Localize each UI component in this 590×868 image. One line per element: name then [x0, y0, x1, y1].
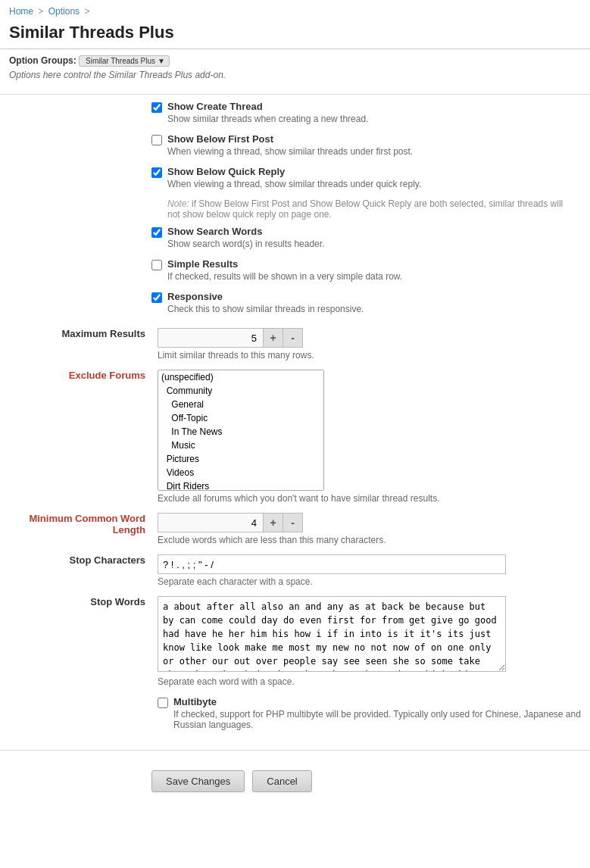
responsive-label[interactable]: Responsive [167, 291, 223, 302]
show-below-first-post-label[interactable]: Show Below First Post [167, 133, 273, 145]
exclude-forums-option-music[interactable]: Music [158, 439, 323, 452]
exclude-forums-option-offtopic[interactable]: Off-Topic [158, 411, 323, 425]
responsive-checkbox[interactable] [151, 292, 162, 303]
options-section: Show Create Thread Show similar threads … [0, 101, 590, 314]
simple-results-checkbox[interactable] [151, 260, 162, 270]
show-below-quick-reply-row: Show Below Quick Reply When viewing a th… [151, 166, 575, 189]
simple-results-row: Simple Results If checked, results will … [151, 258, 575, 282]
option-groups-row: Option Groups: Similar Threads Plus ▼ [0, 49, 590, 68]
exclude-forums-row: Exclude Forums (unspecified) Community G… [0, 365, 590, 508]
show-create-thread-label[interactable]: Show Create Thread [167, 101, 263, 112]
note-label-text: Note: [167, 198, 192, 209]
responsive-desc: Check this to show similar threads in re… [167, 304, 364, 314]
min-word-length-decrement[interactable]: - [283, 513, 303, 532]
breadcrumb-sep1: > [38, 6, 43, 17]
max-results-spinner: + - [158, 328, 584, 348]
max-results-increment[interactable]: + [264, 328, 283, 348]
multibyte-row: Multibyte If checked, support for PHP mu… [0, 692, 590, 744]
breadcrumb-sep2: > [84, 6, 89, 17]
option-groups-label: Option Groups: [9, 55, 76, 66]
exclude-forums-option-community[interactable]: Community [158, 384, 323, 398]
max-results-decrement[interactable]: - [283, 328, 303, 348]
exclude-forums-control: (unspecified) Community General Off-Topi… [151, 365, 590, 508]
show-search-words-row: Show Search Words Show search word(s) in… [151, 226, 575, 249]
stop-words-label: Stop Words [0, 592, 151, 692]
min-word-length-label: Minimum Common Word Length [0, 508, 151, 550]
exclude-forums-option-videos[interactable]: Videos [158, 466, 323, 479]
exclude-forums-select[interactable]: (unspecified) Community General Off-Topi… [158, 370, 324, 491]
form-table: Maximum Results + - Limit similar thread… [0, 323, 590, 744]
page-title: Similar Threads Plus [0, 20, 590, 49]
simple-results-content: Simple Results If checked, results will … [167, 258, 402, 282]
min-word-length-input[interactable] [158, 513, 264, 532]
show-below-quick-reply-content: Show Below Quick Reply When viewing a th… [167, 166, 421, 189]
exclude-forums-option-inthenews[interactable]: In The News [158, 425, 323, 439]
stop-characters-hint: Separate each character with a space. [158, 576, 584, 587]
section-divider-top [0, 94, 590, 95]
multibyte-checkbox[interactable] [158, 698, 168, 708]
stop-words-textarea[interactable]: a about after all also an and any as at … [158, 596, 506, 672]
option-groups-select[interactable]: Similar Threads Plus ▼ [79, 55, 170, 67]
buttons-row: Save Changes Cancel [0, 757, 590, 807]
simple-results-label[interactable]: Simple Results [167, 258, 238, 270]
breadcrumb: Home > Options > [0, 0, 590, 20]
show-below-quick-reply-label[interactable]: Show Below Quick Reply [167, 166, 285, 177]
exclude-forums-option-general[interactable]: General [158, 398, 323, 411]
stop-words-row: Stop Words a about after all also an and… [0, 592, 590, 692]
multibyte-desc: If checked, support for PHP multibyte wi… [173, 709, 584, 730]
exclude-forums-option-pictures[interactable]: Pictures [158, 452, 323, 466]
save-button[interactable]: Save Changes [151, 770, 245, 792]
show-create-thread-desc: Show similar threads when creating a new… [167, 114, 368, 124]
show-search-words-desc: Show search word(s) in results header. [167, 239, 324, 249]
show-create-thread-row: Show Create Thread Show similar threads … [151, 101, 575, 124]
exclude-forums-label: Exclude Forums [0, 365, 151, 508]
stop-characters-label: Stop Characters [0, 550, 151, 592]
max-results-control: + - Limit similar threads to this many r… [151, 323, 590, 365]
breadcrumb-options[interactable]: Options [48, 6, 80, 17]
simple-results-desc: If checked, results will be shown in a v… [167, 271, 402, 282]
option-groups-value: Similar Threads Plus [86, 57, 155, 65]
show-search-words-label[interactable]: Show Search Words [167, 226, 262, 237]
description-text: Options here control the Similar Threads… [0, 68, 590, 88]
note-body: if Show Below First Post and Show Below … [167, 198, 563, 220]
multibyte-content: Multibyte If checked, support for PHP mu… [173, 696, 584, 730]
stop-words-hint: Separate each word with a space. [158, 676, 584, 687]
responsive-content: Responsive Check this to show similar th… [167, 291, 364, 314]
show-below-first-post-checkbox[interactable] [151, 135, 162, 145]
show-below-first-post-desc: When viewing a thread, show similar thre… [167, 146, 413, 157]
cancel-button[interactable]: Cancel [252, 770, 311, 792]
min-word-length-control: + - Exclude words which are less than th… [151, 508, 590, 550]
stop-characters-control: Separate each character with a space. [151, 550, 590, 592]
exclude-forums-option-dirt-riders[interactable]: Dirt Riders [158, 479, 323, 491]
multibyte-label-cell [0, 692, 151, 744]
multibyte-checkbox-row: Multibyte If checked, support for PHP mu… [158, 696, 584, 730]
stop-characters-input[interactable] [158, 554, 506, 574]
quick-reply-note: Note: if Show Below First Post and Show … [167, 198, 575, 220]
show-below-quick-reply-checkbox[interactable] [151, 167, 162, 178]
max-results-row: Maximum Results + - Limit similar thread… [0, 323, 590, 365]
min-word-length-spinner: + - [158, 513, 584, 532]
page-wrapper: Home > Options > Similar Threads Plus Op… [0, 0, 590, 868]
min-word-length-increment[interactable]: + [264, 513, 283, 532]
breadcrumb-home[interactable]: Home [9, 6, 33, 17]
show-below-first-post-content: Show Below First Post When viewing a thr… [167, 133, 413, 157]
max-results-hint: Limit similar threads to this many rows. [158, 350, 584, 361]
max-results-label: Maximum Results [0, 323, 151, 365]
exclude-forums-hint: Exclude all forums which you don't want … [158, 493, 584, 504]
show-search-words-content: Show Search Words Show search word(s) in… [167, 226, 324, 249]
show-below-first-post-row: Show Below First Post When viewing a thr… [151, 133, 575, 157]
show-create-thread-checkbox[interactable] [151, 102, 162, 113]
dropdown-icon: ▼ [158, 57, 165, 65]
show-create-thread-content: Show Create Thread Show similar threads … [167, 101, 368, 124]
min-word-length-hint: Exclude words which are less than this m… [158, 535, 584, 545]
show-below-quick-reply-desc: When viewing a thread, show similar thre… [167, 179, 421, 189]
stop-words-control: a about after all also an and any as at … [151, 592, 590, 692]
multibyte-label[interactable]: Multibyte [173, 696, 217, 707]
section-divider-bottom [0, 750, 590, 751]
show-search-words-checkbox[interactable] [151, 227, 162, 238]
stop-characters-row: Stop Characters Separate each character … [0, 550, 590, 592]
responsive-row: Responsive Check this to show similar th… [151, 291, 575, 314]
multibyte-control: Multibyte If checked, support for PHP mu… [151, 692, 590, 744]
max-results-input[interactable] [158, 328, 264, 348]
exclude-forums-option-unspecified[interactable]: (unspecified) [158, 370, 323, 384]
